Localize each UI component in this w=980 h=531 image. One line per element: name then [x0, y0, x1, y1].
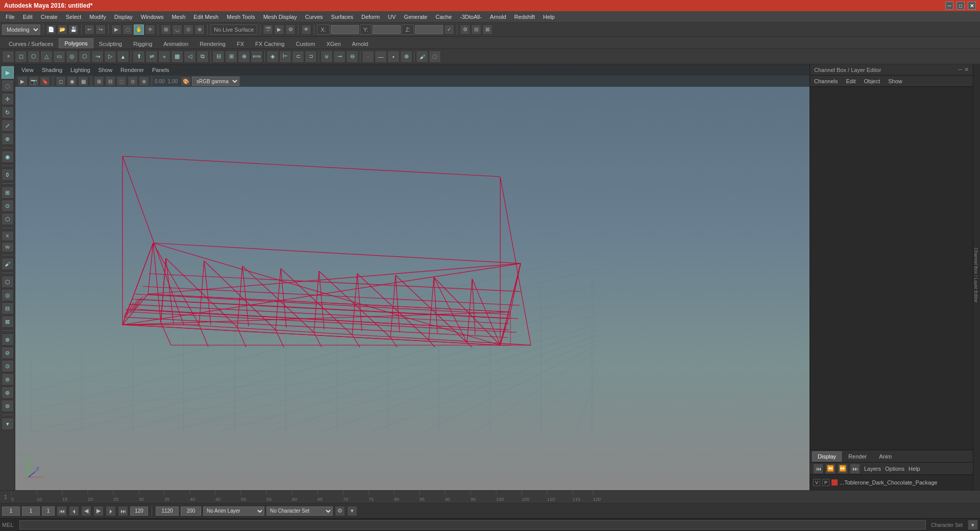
- paint-select-button[interactable]: ◌: [2, 80, 14, 92]
- frame-step-input[interactable]: [42, 506, 55, 516]
- anim-prefs-button[interactable]: ⚙: [335, 506, 345, 516]
- universal-manip-button[interactable]: ⊕: [2, 133, 14, 145]
- component-uv-icon[interactable]: ⊗: [400, 51, 412, 63]
- xray-toggle[interactable]: X: [2, 231, 14, 241]
- dt-tab-display[interactable]: Display: [812, 451, 842, 462]
- add-divisions-icon[interactable]: ⊕: [238, 51, 250, 63]
- playback-back-button[interactable]: ⏴: [69, 506, 79, 516]
- z-input[interactable]: [415, 25, 443, 34]
- vp-menu-renderer[interactable]: Renderer: [117, 67, 147, 73]
- redo-button[interactable]: ↪: [95, 25, 106, 35]
- menu-mesh-display[interactable]: Mesh Display: [260, 13, 301, 21]
- layout-button[interactable]: ⊟: [471, 25, 481, 35]
- close-button[interactable]: ✕: [968, 2, 976, 10]
- menu-modify[interactable]: Modify: [86, 13, 109, 21]
- combine-icon[interactable]: ⊎: [321, 51, 333, 63]
- viewport[interactable]: View Shading Lighting Show Renderer Pane…: [15, 64, 810, 490]
- menu-help[interactable]: Help: [540, 13, 558, 21]
- isolate-button[interactable]: ◎: [2, 289, 14, 301]
- duplicate-icon[interactable]: ⧉: [197, 51, 209, 63]
- playback-play-forward-button[interactable]: ▶: [93, 506, 104, 516]
- open-scene-button[interactable]: 📂: [57, 25, 67, 35]
- quick-sel-set-button[interactable]: ⬡: [2, 276, 14, 288]
- menu-create[interactable]: Create: [37, 13, 61, 21]
- show-manip-button[interactable]: ⧮: [2, 168, 14, 181]
- menu-arnold[interactable]: Arnold: [486, 13, 510, 21]
- tab-fx[interactable]: FX: [231, 39, 250, 49]
- menu-edit[interactable]: Edit: [19, 13, 36, 21]
- layer-nav-back-button[interactable]: ⏪: [825, 464, 836, 474]
- vp-select-icon[interactable]: ▶: [17, 76, 28, 86]
- tab-xgen[interactable]: XGen: [321, 39, 346, 49]
- menu-deform[interactable]: Deform: [358, 13, 383, 21]
- component-face-icon[interactable]: ▪: [387, 51, 400, 63]
- tab-rendering[interactable]: Rendering: [194, 39, 231, 49]
- show-hide-button[interactable]: 👁: [301, 25, 311, 35]
- ipr-button[interactable]: ▶: [274, 25, 284, 35]
- torus-icon[interactable]: ◎: [66, 51, 78, 63]
- component-vertex-icon[interactable]: ·: [362, 51, 374, 63]
- menu-edit-mesh[interactable]: Edit Mesh: [190, 13, 222, 21]
- component-edge-icon[interactable]: —: [375, 51, 387, 63]
- boolean-icon[interactable]: ⊖: [346, 51, 358, 63]
- history-button[interactable]: ⊗: [2, 333, 14, 346]
- y-input[interactable]: [373, 25, 401, 34]
- vp-hud-icon[interactable]: ⊟: [105, 76, 115, 86]
- extrude-icon[interactable]: ⬆: [133, 51, 145, 63]
- snap-point-button[interactable]: ⊙: [183, 25, 193, 35]
- ch-tab-edit[interactable]: Edit: [844, 77, 857, 85]
- ch-tab-show[interactable]: Show: [886, 77, 904, 85]
- history6-button[interactable]: ⊜: [2, 400, 14, 412]
- menu-mesh[interactable]: Mesh: [168, 13, 189, 21]
- helix-icon[interactable]: ↝: [91, 51, 104, 63]
- render-button[interactable]: 🎬: [263, 25, 273, 35]
- lc-options[interactable]: Options: [885, 466, 904, 472]
- snap-grid-button[interactable]: ⊞: [161, 25, 171, 35]
- frame-end-input[interactable]: [130, 506, 148, 516]
- x-input[interactable]: [331, 25, 359, 34]
- snap-surface-button[interactable]: ⊕: [194, 25, 205, 35]
- layer-nav-next-button[interactable]: ⏩: [838, 464, 848, 474]
- paint-button[interactable]: ✋: [134, 25, 144, 35]
- layer-nav-last-button[interactable]: ⏭: [850, 464, 860, 474]
- snap-surface-button[interactable]: ⬡: [2, 213, 14, 225]
- rotate-tool-button[interactable]: ↻: [2, 106, 14, 118]
- menu-windows[interactable]: Windows: [137, 13, 167, 21]
- confirm-button[interactable]: ✓: [444, 25, 454, 35]
- timeline-ruler[interactable]: 5 10 15 20 25 30 35 40 45 50 55 60 65 70…: [11, 491, 976, 503]
- lc-help[interactable]: Help: [909, 466, 920, 472]
- prism-icon[interactable]: ▷: [104, 51, 116, 63]
- new-scene-button[interactable]: 📄: [46, 25, 56, 35]
- menu-cache[interactable]: Cache: [432, 13, 455, 21]
- tab-sculpting[interactable]: Sculpting: [93, 39, 128, 49]
- select-tool-button[interactable]: ▶: [2, 66, 14, 79]
- append-icon[interactable]: +: [158, 51, 170, 63]
- snap-grid-button[interactable]: ⊞: [2, 186, 14, 199]
- soft-select-button[interactable]: ◉: [2, 151, 14, 163]
- vp-smooth-icon[interactable]: ◉: [67, 76, 77, 86]
- undo-button[interactable]: ↩: [84, 25, 94, 35]
- insert-edge-loop-icon[interactable]: ⊟: [212, 51, 225, 63]
- lasso-button[interactable]: ◌: [122, 25, 133, 35]
- tab-rigging[interactable]: Rigging: [128, 39, 158, 49]
- wedge-icon[interactable]: ◁: [184, 51, 196, 63]
- cylinder-icon[interactable]: ⬡: [28, 51, 40, 63]
- vp-bookmarks-icon[interactable]: 🔖: [40, 76, 50, 86]
- menu-curves[interactable]: Curves: [302, 13, 327, 21]
- render-settings-button[interactable]: ⚙: [285, 25, 296, 35]
- scale-tool-button[interactable]: ⤢: [2, 119, 14, 132]
- history5-button[interactable]: ⊛: [2, 387, 14, 399]
- ch-tab-object[interactable]: Object: [862, 77, 882, 85]
- vp-camera-icon[interactable]: 📷: [29, 76, 39, 86]
- paint-effects-button[interactable]: 🖌: [2, 258, 14, 270]
- settings-button[interactable]: ⚙: [460, 25, 470, 35]
- frame-all-button[interactable]: ⊟: [2, 302, 14, 315]
- history2-button[interactable]: ⊘: [2, 347, 14, 359]
- menu-redshift[interactable]: Redshift: [511, 13, 538, 21]
- tab-fx-caching[interactable]: FX Caching: [250, 39, 290, 49]
- wire-toggle[interactable]: W: [2, 242, 14, 252]
- menu-generate[interactable]: Generate: [400, 13, 431, 21]
- dt-tab-render[interactable]: Render: [843, 451, 872, 462]
- vp-wireframe-icon[interactable]: ◻: [56, 76, 66, 86]
- vp-menu-lighting[interactable]: Lighting: [67, 67, 93, 73]
